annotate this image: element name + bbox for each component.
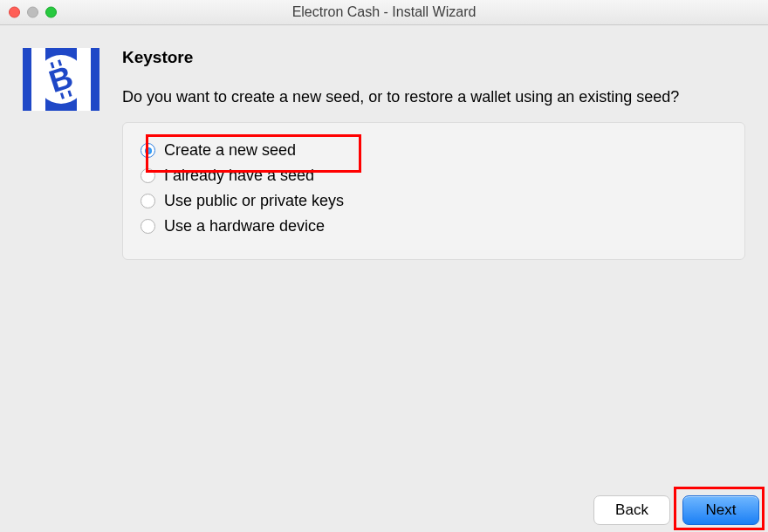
main-panel: Keystore Do you want to create a new see… bbox=[122, 48, 745, 523]
radio-label: Use a hardware device bbox=[164, 217, 325, 235]
app-logo-icon: B bbox=[23, 48, 99, 111]
titlebar: Electron Cash - Install Wizard bbox=[0, 0, 768, 25]
window-controls bbox=[9, 7, 57, 18]
install-wizard-window: Electron Cash - Install Wizard B Keystor… bbox=[0, 0, 768, 532]
radio-icon bbox=[141, 219, 155, 234]
radio-icon bbox=[141, 194, 155, 208]
window-title: Electron Cash - Install Wizard bbox=[0, 4, 768, 20]
option-already-have-seed[interactable]: I already have a seed bbox=[141, 164, 727, 188]
wizard-footer: Back Next bbox=[593, 495, 759, 525]
prompt-text: Do you want to create a new seed, or to … bbox=[122, 88, 745, 106]
option-hardware-device[interactable]: Use a hardware device bbox=[141, 215, 727, 238]
maximize-icon[interactable] bbox=[45, 7, 57, 18]
radio-label: Use public or private keys bbox=[164, 192, 344, 210]
next-button[interactable]: Next bbox=[682, 495, 759, 525]
minimize-icon bbox=[27, 7, 38, 18]
close-icon[interactable] bbox=[9, 7, 20, 18]
back-button[interactable]: Back bbox=[593, 495, 670, 525]
page-title: Keystore bbox=[122, 48, 745, 67]
radio-label: Create a new seed bbox=[164, 141, 296, 160]
option-create-new-seed[interactable]: Create a new seed bbox=[141, 139, 727, 162]
content-area: B Keystore Do you want to create a new s… bbox=[0, 25, 768, 532]
radio-label: I already have a seed bbox=[164, 167, 314, 185]
radio-icon bbox=[141, 168, 155, 183]
option-use-keys[interactable]: Use public or private keys bbox=[141, 189, 727, 213]
radio-icon bbox=[141, 143, 155, 158]
keystore-options-group: Create a new seed I already have a seed … bbox=[122, 122, 745, 260]
